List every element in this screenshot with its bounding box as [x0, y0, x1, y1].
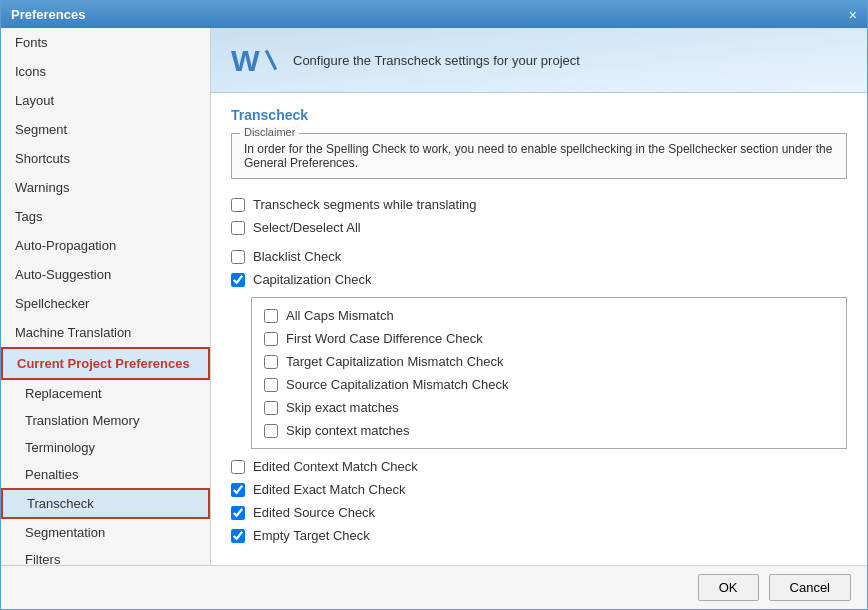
checkbox-edited-exact-match[interactable]	[231, 483, 245, 497]
sidebar-item-machine-translation[interactable]: Machine Translation	[1, 318, 210, 347]
sidebar: Fonts Icons Layout Segment Shortcuts War…	[1, 28, 211, 565]
sidebar-subitem-filters[interactable]: Filters	[1, 546, 210, 565]
check-row-edited-source-check: Edited Source Check	[231, 501, 847, 524]
label-source-cap-mismatch: Source Capitalization Mismatch Check	[286, 377, 509, 392]
check-row-skip-context: Skip context matches	[264, 419, 834, 442]
checkbox-edited-context-match[interactable]	[231, 460, 245, 474]
checkbox-skip-exact-matches[interactable]	[264, 401, 278, 415]
label-edited-source-check: Edited Source Check	[253, 505, 375, 520]
check-row-blacklist-check: Blacklist Check	[231, 245, 847, 268]
label-edited-exact-match: Edited Exact Match Check	[253, 482, 405, 497]
sidebar-subitem-translation-memory[interactable]: Translation Memory	[1, 407, 210, 434]
capitalization-sub-checks: All Caps Mismatch First Word Case Differ…	[251, 297, 847, 449]
checkbox-all-caps-mismatch[interactable]	[264, 309, 278, 323]
preferences-dialog: Preferences × Fonts Icons Layout Segment…	[0, 0, 868, 610]
disclaimer-text: In order for the Spelling Check to work,…	[244, 142, 832, 170]
label-all-caps-mismatch: All Caps Mismatch	[286, 308, 394, 323]
transcheck-content: Transcheck Disclaimer In order for the S…	[211, 93, 867, 561]
sidebar-item-segment[interactable]: Segment	[1, 115, 210, 144]
sidebar-item-warnings[interactable]: Warnings	[1, 173, 210, 202]
checkbox-edited-source-check[interactable]	[231, 506, 245, 520]
checkbox-first-word-case[interactable]	[264, 332, 278, 346]
sidebar-subitem-terminology[interactable]: Terminology	[1, 434, 210, 461]
checkbox-skip-context-matches[interactable]	[264, 424, 278, 438]
title-bar: Preferences ×	[1, 1, 867, 28]
header-banner: W Configure the Transcheck settings for …	[211, 28, 867, 93]
sidebar-item-spellchecker[interactable]: Spellchecker	[1, 289, 210, 318]
dialog-footer: OK Cancel	[1, 565, 867, 609]
label-transcheck-segments: Transcheck segments while translating	[253, 197, 477, 212]
label-first-word-case: First Word Case Difference Check	[286, 331, 483, 346]
label-select-deselect-all: Select/Deselect All	[253, 220, 361, 235]
checkbox-capitalization-check[interactable]	[231, 273, 245, 287]
label-blacklist-check: Blacklist Check	[253, 249, 341, 264]
sidebar-subitem-replacement[interactable]: Replacement	[1, 380, 210, 407]
svg-line-1	[266, 50, 276, 69]
disclaimer-legend: Disclaimer	[240, 126, 299, 138]
checkbox-empty-target-check[interactable]	[231, 529, 245, 543]
dialog-title: Preferences	[11, 7, 85, 22]
dialog-body: Fonts Icons Layout Segment Shortcuts War…	[1, 28, 867, 565]
cancel-button[interactable]: Cancel	[769, 574, 851, 601]
sidebar-item-layout[interactable]: Layout	[1, 86, 210, 115]
check-row-target-cap-mismatch: Target Capitalization Mismatch Check	[264, 350, 834, 373]
check-row-select-deselect-all: Select/Deselect All	[231, 216, 847, 239]
checkbox-blacklist-check[interactable]	[231, 250, 245, 264]
disclaimer-box: Disclaimer In order for the Spelling Che…	[231, 133, 847, 179]
close-button[interactable]: ×	[849, 8, 857, 22]
label-target-cap-mismatch: Target Capitalization Mismatch Check	[286, 354, 503, 369]
check-row-edited-exact-match: Edited Exact Match Check	[231, 478, 847, 501]
sidebar-item-auto-suggestion[interactable]: Auto-Suggestion	[1, 260, 210, 289]
check-row-all-caps-mismatch: All Caps Mismatch	[264, 304, 834, 327]
checkbox-select-deselect-all[interactable]	[231, 221, 245, 235]
check-row-first-word-case: First Word Case Difference Check	[264, 327, 834, 350]
check-row-transcheck-segments: Transcheck segments while translating	[231, 193, 847, 216]
label-edited-context-match: Edited Context Match Check	[253, 459, 418, 474]
check-row-capitalization-check: Capitalization Check	[231, 268, 847, 291]
transcheck-section-title: Transcheck	[231, 107, 847, 123]
wf-logo-icon: W	[231, 42, 279, 78]
label-skip-exact-matches: Skip exact matches	[286, 400, 399, 415]
checkbox-transcheck-segments[interactable]	[231, 198, 245, 212]
ok-button[interactable]: OK	[698, 574, 759, 601]
sidebar-subitem-penalties[interactable]: Penalties	[1, 461, 210, 488]
main-content: W Configure the Transcheck settings for …	[211, 28, 867, 565]
sidebar-section-current-project-preferences[interactable]: Current Project Preferences	[1, 347, 210, 380]
checkbox-source-cap-mismatch[interactable]	[264, 378, 278, 392]
sidebar-item-tags[interactable]: Tags	[1, 202, 210, 231]
sidebar-item-auto-propagation[interactable]: Auto-Propagation	[1, 231, 210, 260]
sidebar-item-icons[interactable]: Icons	[1, 57, 210, 86]
sidebar-subitem-transcheck[interactable]: Transcheck	[1, 488, 210, 519]
sidebar-item-fonts[interactable]: Fonts	[1, 28, 210, 57]
header-description: Configure the Transcheck settings for yo…	[293, 53, 580, 68]
check-row-source-cap-mismatch: Source Capitalization Mismatch Check	[264, 373, 834, 396]
check-row-skip-exact: Skip exact matches	[264, 396, 834, 419]
sidebar-subitem-segmentation[interactable]: Segmentation	[1, 519, 210, 546]
check-row-edited-context-match: Edited Context Match Check	[231, 455, 847, 478]
label-empty-target-check: Empty Target Check	[253, 528, 370, 543]
checkbox-target-cap-mismatch[interactable]	[264, 355, 278, 369]
label-capitalization-check: Capitalization Check	[253, 272, 372, 287]
label-skip-context-matches: Skip context matches	[286, 423, 410, 438]
svg-text:W: W	[231, 43, 260, 77]
sidebar-item-shortcuts[interactable]: Shortcuts	[1, 144, 210, 173]
check-row-empty-target-check: Empty Target Check	[231, 524, 847, 547]
